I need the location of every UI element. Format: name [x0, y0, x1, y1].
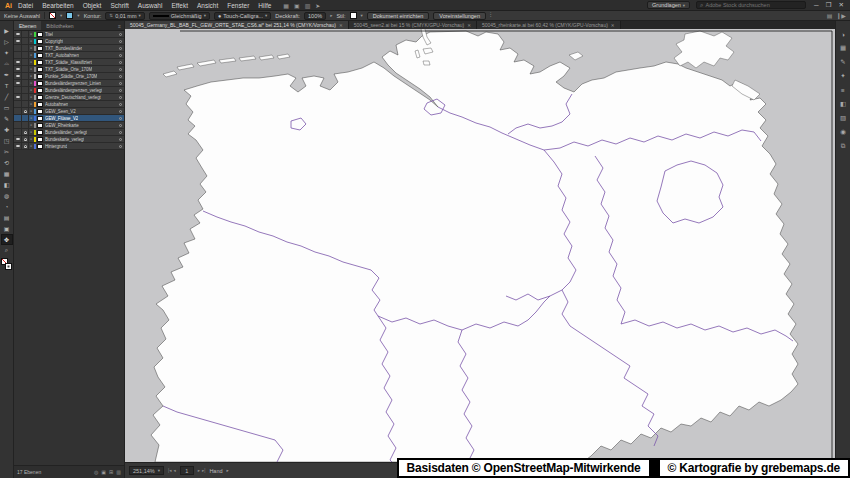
first-artboard-icon[interactable]: |◂	[168, 468, 171, 473]
visibility-toggle[interactable]	[14, 129, 22, 135]
lock-toggle[interactable]	[22, 101, 29, 107]
restore-button[interactable]: ❐	[826, 1, 832, 9]
preferences-button[interactable]: Voreinstellungen	[433, 12, 486, 20]
menu-datei[interactable]: Datei	[18, 2, 33, 9]
visibility-toggle[interactable]	[14, 143, 22, 149]
document-tab-1[interactable]: 50045_Germany_BL_BAB_FL_GEW_ORTE_STAE_CS…	[125, 21, 349, 29]
screen-mode-icon[interactable]: ▥	[305, 2, 311, 9]
target-circle-icon[interactable]	[119, 103, 122, 106]
target-circle-icon[interactable]	[119, 131, 122, 134]
layer-row-gew-rheinkarte[interactable]: ▸GEW_Rheinkarte	[14, 122, 124, 129]
target-circle-icon[interactable]	[119, 47, 122, 50]
chevron-down-icon[interactable]: ▾	[139, 13, 141, 18]
pen-tool[interactable]: ✒	[1, 69, 13, 80]
layer-row-grenze-deutschland-verlegt[interactable]: ▸Grenze_Deutschland_verlegt	[14, 94, 124, 101]
panel-menu-icon[interactable]: ≡	[118, 23, 121, 29]
lock-toggle[interactable]	[22, 129, 29, 135]
swatches-panel-icon[interactable]: ▦	[838, 43, 849, 53]
menu-effekt[interactable]: Effekt	[171, 2, 188, 9]
visibility-toggle[interactable]	[14, 31, 22, 37]
visibility-toggle[interactable]	[14, 108, 22, 114]
target-circle-icon[interactable]	[119, 82, 122, 85]
visibility-toggle[interactable]	[14, 45, 22, 51]
target-circle-icon[interactable]	[119, 110, 122, 113]
tab-ebenen[interactable]: Ebenen	[14, 21, 41, 30]
visibility-toggle[interactable]	[14, 66, 22, 72]
chevron-right-icon[interactable]: ▸	[227, 468, 229, 473]
next-artboard-icon[interactable]: ▸	[198, 468, 200, 473]
layer-row-txt-st-dte-klassifiziert[interactable]: ▸TXT_Städte_Klassifiziert	[14, 59, 124, 66]
stroke-color-swatch[interactable]	[5, 263, 12, 270]
scissors-tool[interactable]: ✂	[1, 146, 13, 157]
layer-row-bundesl-ndergrenzen-verlegt[interactable]: ▸Bundesländergrenzen_verlegt	[14, 87, 124, 94]
visibility-toggle[interactable]	[14, 122, 22, 128]
style-swatch[interactable]	[350, 12, 357, 19]
rotate-tool[interactable]: ⟲	[1, 157, 13, 168]
pencil-tool[interactable]: ✎	[1, 113, 13, 124]
artboard-tool[interactable]: ▣	[1, 223, 13, 234]
make-mask-icon[interactable]: ▣	[101, 469, 106, 475]
eyedropper-tool[interactable]: ◍	[1, 190, 13, 201]
menu-hilfe[interactable]: Hilfe	[258, 2, 271, 9]
search-input[interactable]	[705, 2, 802, 8]
layer-row-bundesl-ndergrenzen-linien[interactable]: ▸Bundesländergrenzen_Linien	[14, 80, 124, 87]
workspace-switcher[interactable]: Grundlagen ▾	[647, 1, 690, 9]
close-tab-icon[interactable]: ✕	[339, 23, 343, 28]
arrange-documents-icon[interactable]: ▣	[294, 2, 300, 9]
menu-bearbeiten[interactable]: Bearbeiten	[42, 2, 73, 9]
lock-toggle[interactable]	[22, 136, 29, 142]
visibility-toggle[interactable]	[14, 52, 22, 58]
target-circle-icon[interactable]	[119, 89, 122, 92]
lock-toggle[interactable]	[22, 108, 29, 114]
stroke-width-stepper[interactable]: ⇅ 0,01 mm ▾	[105, 12, 144, 20]
lock-toggle[interactable]	[22, 66, 29, 72]
lock-toggle[interactable]	[22, 115, 29, 121]
visibility-toggle[interactable]	[14, 80, 22, 86]
minimize-button[interactable]: ─	[814, 1, 819, 9]
transparency-panel-icon[interactable]: ▨	[838, 113, 849, 123]
bridge-icon[interactable]: ▦	[283, 2, 289, 9]
delete-layer-icon[interactable]: ▥	[116, 469, 121, 475]
graph-tool[interactable]: ▤	[1, 212, 13, 223]
lock-toggle[interactable]	[22, 38, 29, 44]
menu-auswahl[interactable]: Auswahl	[138, 2, 163, 9]
rectangle-tool[interactable]: ▭	[1, 102, 13, 113]
lock-toggle[interactable]	[22, 52, 29, 58]
close-button[interactable]: ✕	[839, 1, 844, 9]
target-circle-icon[interactable]	[119, 54, 122, 57]
stepper-icon[interactable]: ⇅	[109, 13, 113, 18]
artboard-number-field[interactable]: 1	[180, 466, 194, 475]
prev-artboard-icon[interactable]: ◂	[173, 468, 175, 473]
target-circle-icon[interactable]	[119, 33, 122, 36]
tab-bibliotheken[interactable]: Bibliotheken	[41, 21, 78, 30]
width-profile-dropdown[interactable]: Gleichmäßig ▾	[149, 12, 210, 20]
visibility-toggle[interactable]	[14, 87, 22, 93]
direct-selection-tool[interactable]: ▷	[1, 36, 13, 47]
zoom-level-dropdown[interactable]: 251,14% ▾	[129, 466, 164, 475]
document-setup-button[interactable]: Dokument einrichten	[367, 12, 429, 20]
visibility-toggle[interactable]	[14, 94, 22, 100]
lock-toggle[interactable]	[22, 59, 29, 65]
appearance-panel-icon[interactable]: ◉	[838, 127, 849, 137]
layer-row-titel[interactable]: ▸Titel	[14, 31, 124, 38]
lock-toggle[interactable]	[22, 45, 29, 51]
visibility-toggle[interactable]	[14, 59, 22, 65]
chevron-down-icon[interactable]: ▾	[60, 13, 62, 18]
close-tab-icon[interactable]: ✕	[467, 23, 471, 28]
layer-row-autobahnen[interactable]: ▸Autobahnen	[14, 101, 124, 108]
brush-tool[interactable]: ✚	[1, 124, 13, 135]
stroke-swatch[interactable]	[66, 12, 73, 19]
target-circle-icon[interactable]	[119, 75, 122, 78]
links-panel-icon[interactable]: ⧉	[838, 141, 849, 151]
color-panel-icon[interactable]: ◑	[838, 29, 849, 39]
hand-tool[interactable]: ✥	[1, 234, 13, 245]
opacity-field[interactable]: 100%	[304, 12, 326, 20]
chevron-down-icon[interactable]: ▾	[77, 13, 79, 18]
last-artboard-icon[interactable]: ▸|	[202, 468, 205, 473]
menu-fenster[interactable]: Fenster	[227, 2, 249, 9]
layer-row-bundesl-nder-verlegt[interactable]: ▸Bundesländer_verlegt	[14, 129, 124, 136]
chevron-right-icon[interactable]: ▸	[330, 13, 332, 18]
target-circle-icon[interactable]	[119, 138, 122, 141]
lock-toggle[interactable]	[22, 94, 29, 100]
target-circle-icon[interactable]	[119, 40, 122, 43]
